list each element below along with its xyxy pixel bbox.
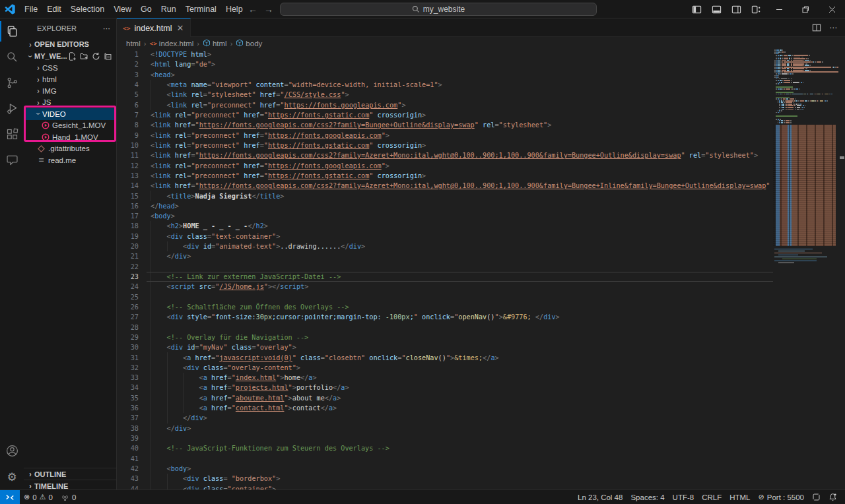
live-server-port[interactable]: ⊘ Port : 5500 [755,490,808,504]
new-folder-icon[interactable] [80,52,88,61]
problems-indicator[interactable]: ⊗ 0 ⚠ 0 [20,490,57,504]
code-line-13[interactable]: 13<link rel="preconnect" href="https://f… [117,171,773,181]
minimize-button[interactable] [766,0,792,18]
eol-setting[interactable]: CRLF [698,490,726,504]
code-line-3[interactable]: 3<head> [117,70,773,80]
code-line-20[interactable]: 20 <div id="animated-text">..drawing....… [117,241,773,251]
code-line-4[interactable]: 4 <meta name="viewport" content="width=d… [117,80,773,90]
code-line-24[interactable]: 24 <script src="/JS/home.js"></script> [117,282,773,292]
code-line-35[interactable]: 35 <a href="aboutme.html">about me</a> [117,393,773,403]
code-line-36[interactable]: 36 <a href="contact.html">contact</a> [117,403,773,413]
code-line-25[interactable]: 25 [117,292,773,302]
code-line-10[interactable]: 10<link rel="preconnect" href="https://f… [117,141,773,150]
extensions-icon[interactable] [0,121,24,147]
code-line-1[interactable]: 1<!DOCTYPE html> [117,49,773,59]
code-line-12[interactable]: 12<link rel="preconnect" href="https://f… [117,160,773,170]
toggle-primary-sidebar-icon[interactable] [687,0,706,18]
code-line-31[interactable]: 31 <a href="javascript:void(0)" class="c… [117,352,773,362]
tab-index-html[interactable]: <> index.html ✕ [117,18,191,37]
indentation-setting[interactable]: Spaces: 4 [626,490,668,504]
settings-gear-icon[interactable]: ⚙ [0,464,24,489]
minimap[interactable] [773,49,838,489]
code-line-37[interactable]: 37 </div> [117,413,773,423]
code-line-15[interactable]: 15 <title>Nadja Siegrist</title> [117,191,773,201]
overview-ruler[interactable] [838,49,845,489]
encoding-setting[interactable]: UTF-8 [669,490,698,504]
menu-file[interactable]: File [20,2,42,16]
code-line-9[interactable]: 9<link rel="preconnect" href="https://fo… [117,131,773,141]
code-line-7[interactable]: 7<link rel="preconnect" href="https://fo… [117,110,773,120]
open-editors-section[interactable]: › OPEN EDITORS [24,38,116,50]
tab-close-icon[interactable]: ✕ [176,23,184,33]
nav-forward-button[interactable]: → [264,4,273,15]
code-line-17[interactable]: 17<body> [117,211,773,221]
tree-item-hand-1-mov[interactable]: Hand_1.MOV [24,131,116,143]
outline-section[interactable]: › OUTLINE [24,468,116,480]
tree-item-img[interactable]: ›IMG [24,85,116,97]
source-control-icon[interactable] [0,70,24,96]
notifications-bell-icon[interactable] [825,490,841,504]
explorer-icon[interactable] [0,18,24,44]
menu-terminal[interactable]: Terminal [181,2,221,16]
menu-selection[interactable]: Selection [66,2,109,16]
code-line-29[interactable]: 29 <!-- Overlay für die Navigation --> [117,332,773,342]
customize-layout-icon[interactable] [746,0,766,18]
tree-item-js[interactable]: ›JS [24,97,116,109]
restore-button[interactable] [792,0,819,18]
code-line-28[interactable]: 28 [117,322,773,332]
code-line-11[interactable]: 11<link href="https://fonts.googleapis.c… [117,150,773,160]
explorer-more-actions-icon[interactable]: ⋯ [103,24,111,33]
workspace-root-row[interactable]: › MY_WE... [24,50,116,62]
collapse-all-icon[interactable] [104,52,112,61]
menu-go[interactable]: Go [136,2,156,16]
code-line-6[interactable]: 6 <link rel="preconnect" href="https://f… [117,100,773,110]
code-line-19[interactable]: 19 <div class="text-container"> [117,232,773,241]
tree-item-html[interactable]: ›html [24,74,116,86]
new-file-icon[interactable] [68,52,77,61]
toggle-secondary-sidebar-icon[interactable] [726,0,746,18]
code-line-27[interactable]: 27 <div style="font-size:30px;cursor:poi… [117,312,773,322]
close-window-button[interactable] [819,0,845,18]
broadcast-indicator[interactable]: 0 [57,490,80,504]
refresh-icon[interactable] [92,52,100,61]
breadcrumb-item-body[interactable]: body [236,39,262,48]
breadcrumb-item-html[interactable]: html [126,40,141,47]
breadcrumb-item-html[interactable]: html [203,39,227,48]
code-line-14[interactable]: 14<link href="https://fonts.googleapis.c… [117,181,773,191]
code-line-39[interactable]: 39 [117,433,773,443]
remote-indicator[interactable] [0,490,20,504]
code-line-22[interactable]: 22 [117,262,773,272]
menu-help[interactable]: Help [221,2,248,16]
code-line-26[interactable]: 26 <!-- Schaltfläche zum Öffnen des Over… [117,302,773,312]
tree-item--gitattributes[interactable]: .gitattributes [24,143,116,155]
tree-item-css[interactable]: ›CSS [24,62,116,74]
chat-icon[interactable] [0,147,24,173]
breadcrumb-item-index-html[interactable]: <>index.html [149,40,193,47]
code-line-30[interactable]: 30 <div id="myNav" class="overlay"> [117,342,773,352]
code-line-18[interactable]: 18 <h2>HOME _ - _ - _ -</h2> [117,221,773,231]
code-area[interactable]: 1<!DOCTYPE html>2<html lang="de">3<head>… [117,49,773,489]
code-line-42[interactable]: 42 <body> [117,464,773,474]
tree-item-gesicht-1-mov[interactable]: Gesicht_1.MOV [24,120,116,132]
search-view-icon[interactable] [0,44,24,70]
cursor-position[interactable]: Ln 23, Col 48 [574,490,626,504]
tree-item-read-me[interactable]: ≡read.me [24,154,116,166]
command-center-search[interactable]: my_website [280,3,597,16]
code-line-32[interactable]: 32 <div class="overlay-content"> [117,363,773,373]
code-line-41[interactable]: 41 [117,454,773,464]
code-line-23[interactable]: 23 <!-- Link zur externen JavaScript-Dat… [117,272,773,282]
tree-item-video[interactable]: ›VIDEO [24,108,116,120]
run-and-debug-icon[interactable] [0,96,24,121]
code-line-40[interactable]: 40 <!-- JavaScript-Funktionen zum Steuer… [117,443,773,453]
menu-run[interactable]: Run [156,2,181,16]
code-line-21[interactable]: 21 </div> [117,251,773,261]
code-line-16[interactable]: 16</head> [117,201,773,211]
code-line-44[interactable]: 44 <div class="container"> [117,484,773,489]
code-line-43[interactable]: 43 <div class= "borderbox"> [117,474,773,484]
crossed-square-icon[interactable] [808,490,825,504]
code-line-33[interactable]: 33 <a href="index.html">home</a> [117,373,773,383]
code-line-8[interactable]: 8<link href="https://fonts.googleapis.co… [117,120,773,130]
code-line-5[interactable]: 5 <link rel="stylesheet" href="/CSS/styl… [117,90,773,100]
code-line-34[interactable]: 34 <a href="projects.html">portfolio</a> [117,383,773,393]
code-line-2[interactable]: 2<html lang="de"> [117,59,773,69]
